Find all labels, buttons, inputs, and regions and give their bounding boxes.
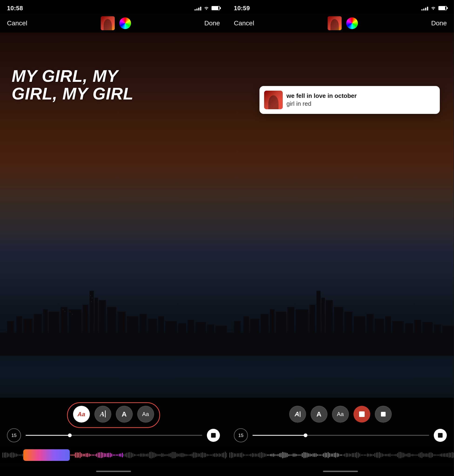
waveform-right[interactable] bbox=[227, 446, 454, 464]
album-art-nav-left[interactable] bbox=[101, 16, 115, 30]
text-style-btn-white-fill[interactable] bbox=[375, 406, 392, 423]
main-content-right: we fell in love in october girl in red bbox=[227, 33, 454, 398]
color-wheel-right[interactable] bbox=[346, 17, 358, 29]
svg-rect-5 bbox=[43, 309, 48, 333]
timer-right: 15 bbox=[234, 428, 248, 442]
svg-rect-36 bbox=[261, 314, 269, 333]
battery-icon-right bbox=[439, 6, 447, 10]
status-bar-right: 10:59 bbox=[227, 0, 454, 14]
svg-rect-57 bbox=[359, 411, 365, 417]
svg-rect-47 bbox=[354, 316, 365, 333]
svg-rect-43 bbox=[321, 298, 325, 333]
svg-rect-56 bbox=[442, 326, 454, 333]
svg-rect-45 bbox=[334, 307, 343, 333]
lyric-line2: GIRL, MY GIRL bbox=[12, 85, 134, 103]
notif-album-art bbox=[264, 91, 283, 109]
text-style-btn-serif-left[interactable]: A bbox=[94, 406, 111, 423]
svg-rect-6 bbox=[49, 312, 59, 333]
waveform-left[interactable]: // This will be rendered in the template bbox=[0, 446, 227, 464]
progress-bar-left[interactable] bbox=[26, 435, 202, 436]
svg-rect-35 bbox=[250, 319, 259, 333]
svg-rect-17 bbox=[148, 319, 157, 333]
water-reflection-left bbox=[0, 356, 227, 398]
playback-row-left: 15 bbox=[0, 428, 227, 442]
svg-rect-39 bbox=[288, 307, 294, 333]
text-style-btn-outline-left[interactable]: Aa bbox=[137, 406, 154, 423]
music-notification[interactable]: we fell in love in october girl in red bbox=[259, 86, 440, 114]
city-skyline-left bbox=[0, 286, 227, 356]
color-wheel-left[interactable] bbox=[119, 17, 131, 29]
text-style-btn-plain-right[interactable]: A bbox=[311, 406, 327, 423]
svg-rect-42 bbox=[317, 291, 321, 333]
status-icons-left bbox=[195, 6, 220, 11]
svg-rect-21 bbox=[187, 320, 194, 333]
status-icons-right bbox=[421, 6, 447, 11]
svg-rect-40 bbox=[295, 309, 308, 333]
svg-rect-53 bbox=[414, 320, 421, 333]
done-button-right[interactable]: Done bbox=[431, 20, 447, 27]
signal-icon-right bbox=[421, 6, 428, 10]
svg-rect-9 bbox=[83, 305, 88, 333]
svg-rect-58 bbox=[381, 412, 386, 417]
svg-rect-29 bbox=[65, 311, 65, 312]
home-indicator-left bbox=[0, 467, 227, 476]
svg-rect-18 bbox=[158, 316, 164, 333]
svg-rect-30 bbox=[70, 312, 70, 312]
bottom-controls-left: Aa A A Aa 15 bbox=[0, 398, 227, 467]
nav-center-right bbox=[328, 16, 358, 30]
svg-rect-44 bbox=[326, 300, 333, 333]
status-time-right: 10:59 bbox=[234, 5, 250, 12]
svg-rect-13 bbox=[107, 307, 116, 333]
done-button-left[interactable]: Done bbox=[204, 20, 220, 27]
progress-bar-right[interactable] bbox=[252, 435, 429, 436]
svg-rect-8 bbox=[69, 309, 82, 333]
nav-center-left bbox=[101, 16, 131, 30]
text-style-btn-plain-left[interactable]: A bbox=[116, 406, 133, 423]
svg-rect-4 bbox=[34, 314, 42, 333]
svg-rect-54 bbox=[422, 322, 433, 333]
svg-rect-2 bbox=[16, 316, 22, 333]
text-style-buttons-right: A A Aa bbox=[227, 406, 454, 423]
svg-rect-55 bbox=[434, 324, 441, 333]
stop-button-left[interactable] bbox=[207, 429, 220, 442]
svg-rect-1 bbox=[7, 321, 14, 333]
svg-rect-26 bbox=[92, 298, 92, 298]
svg-rect-37 bbox=[270, 309, 275, 333]
notif-artist-name: girl in red bbox=[287, 100, 435, 108]
wifi-icon-left bbox=[204, 6, 209, 11]
svg-rect-28 bbox=[63, 309, 63, 310]
svg-rect-15 bbox=[127, 316, 138, 333]
lyric-line1: MY GIRL, MY bbox=[12, 67, 134, 85]
svg-rect-22 bbox=[196, 322, 206, 333]
svg-rect-25 bbox=[90, 295, 91, 296]
svg-rect-16 bbox=[140, 314, 147, 333]
playback-row-right: 15 bbox=[227, 428, 454, 442]
text-style-btn-red-fill[interactable] bbox=[354, 406, 370, 423]
stop-button-right[interactable] bbox=[434, 429, 447, 442]
right-phone: 10:59 Cancel bbox=[227, 0, 454, 476]
album-art-nav-right[interactable] bbox=[328, 16, 342, 30]
status-bar-left: 10:58 bbox=[0, 0, 227, 14]
svg-rect-32 bbox=[227, 333, 454, 356]
svg-rect-50 bbox=[385, 316, 391, 333]
svg-rect-51 bbox=[392, 321, 404, 333]
notif-song-title: we fell in love in october bbox=[287, 92, 435, 100]
cancel-button-left[interactable]: Cancel bbox=[7, 20, 27, 27]
svg-rect-19 bbox=[165, 321, 177, 333]
signal-icon-left bbox=[195, 6, 201, 10]
svg-rect-34 bbox=[243, 316, 249, 333]
notif-text: we fell in love in october girl in red bbox=[287, 92, 435, 108]
cancel-button-right[interactable]: Cancel bbox=[234, 20, 254, 27]
city-skyline-right bbox=[227, 286, 454, 356]
svg-rect-31 bbox=[72, 314, 73, 315]
text-style-btn-bold-italic[interactable]: Aa bbox=[73, 406, 90, 423]
text-style-buttons-left: Aa A A Aa bbox=[0, 406, 227, 423]
text-style-btn-outline-right[interactable]: Aa bbox=[332, 406, 349, 423]
status-time-left: 10:58 bbox=[7, 5, 23, 12]
wifi-icon-right bbox=[431, 6, 436, 11]
home-bar-right bbox=[323, 471, 358, 472]
water-reflection-right bbox=[227, 356, 454, 398]
text-style-btn-serif-right[interactable]: A bbox=[289, 406, 306, 423]
svg-rect-33 bbox=[234, 321, 241, 333]
lyric-display-left[interactable]: MY GIRL, MY GIRL, MY GIRL bbox=[12, 67, 134, 103]
